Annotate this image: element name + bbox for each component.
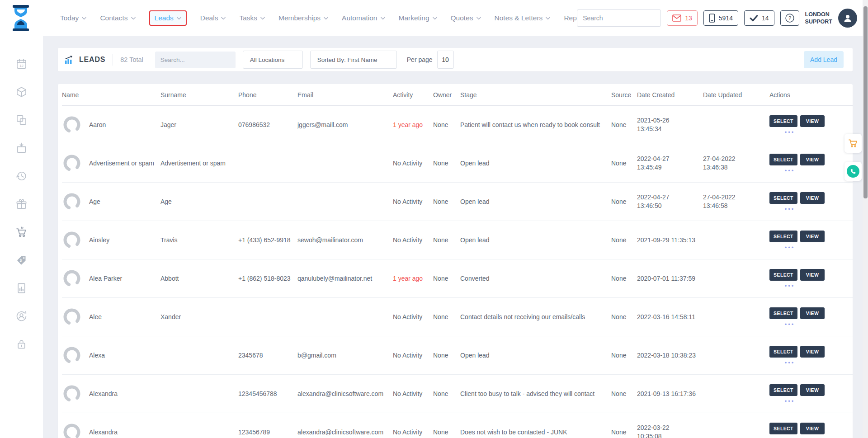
col-header-date-updated[interactable]: Date Updated [703,91,769,99]
leads-search-input[interactable] [155,57,246,63]
view-button[interactable]: VIEW [800,115,825,127]
view-button[interactable]: VIEW [800,307,825,319]
select-button[interactable]: SELECT [769,346,797,358]
lead-name[interactable]: Alexandra [89,428,154,437]
sidebar-lock-icon[interactable] [15,337,28,351]
more-actions-button[interactable]: ••• [776,322,804,327]
tasks-badge[interactable]: 14 [744,10,774,26]
chevron-down-icon [82,17,86,20]
nav-item-notes-letters[interactable]: Notes & Letters [495,14,551,22]
lead-name[interactable]: Alee [89,313,154,321]
view-button[interactable]: VIEW [800,154,825,165]
lead-activity: No Activity [393,390,433,398]
sidebar-cart-icon[interactable] [15,225,28,239]
view-button[interactable]: VIEW [800,269,825,281]
lead-name[interactable]: Age [89,198,154,206]
more-actions-button[interactable]: ••• [776,207,804,212]
mail-badge[interactable]: 13 [667,10,698,26]
phone-count: 5914 [719,14,733,22]
lead-name[interactable]: Advertisement or spam [89,159,154,168]
lead-email: alexandra@clinicsoftware.com [297,390,393,398]
view-button[interactable]: VIEW [800,423,825,434]
nav-item-tasks[interactable]: Tasks [239,14,265,22]
lead-name[interactable]: Ainsley [89,236,154,245]
select-button[interactable]: SELECT [769,307,797,319]
scrollbar-thumb[interactable] [863,6,868,198]
nav-item-automation[interactable]: Automation [342,14,385,22]
chevron-down-icon [381,17,385,20]
help-badge[interactable]: ? [780,10,799,26]
select-button[interactable]: SELECT [769,154,797,165]
svg-text:12: 12 [19,63,24,67]
lead-source: None [611,159,637,168]
sidebar-account-sync-icon[interactable] [15,309,28,323]
nav-item-quotes[interactable]: Quotes [451,14,481,22]
more-actions-button[interactable]: ••• [776,169,804,173]
col-header-phone[interactable]: Phone [238,91,297,99]
global-search [577,9,661,27]
more-actions-button[interactable]: ••• [776,284,804,288]
per-page-select[interactable]: 10 [437,51,454,69]
lead-date-updated: 27-04-2022 13:46:38 [703,155,769,172]
select-button[interactable]: SELECT [769,423,797,434]
select-button[interactable]: SELECT [769,192,797,204]
lead-name[interactable]: Aaron [89,121,154,129]
nav-item-marketing[interactable]: Marketing [399,14,437,22]
lead-activity: 1 year ago [393,121,433,129]
view-button[interactable]: VIEW [800,192,825,204]
phone-badge[interactable]: 5914 [703,10,738,26]
lead-source: None [611,428,637,437]
nav-item-today[interactable]: Today [60,14,86,22]
user-avatar[interactable] [838,9,857,28]
col-header-date-created[interactable]: Date Created [637,91,703,99]
sidebar-price-tag-icon[interactable]: $ [15,253,28,267]
lead-date-updated: 27-04-2022 13:46:58 [703,193,769,210]
sidebar-calendar-icon[interactable]: 12 [15,57,28,71]
col-header-activity[interactable]: Activity [393,91,433,99]
nav-item-deals[interactable]: Deals [200,14,226,22]
sidebar-gift-icon[interactable] [15,197,28,211]
select-button[interactable]: SELECT [769,384,797,396]
col-header-stage[interactable]: Stage [460,91,611,99]
col-header-email[interactable]: Email [297,91,393,99]
sidebar-copy-icon[interactable] [15,113,28,127]
cart-widget-button[interactable] [844,134,862,153]
sidebar-history-icon[interactable] [15,169,28,183]
view-button[interactable]: VIEW [800,346,825,358]
nav-item-leads[interactable]: Leads [149,10,187,26]
sort-filter-value: Sorted By: First Name [317,57,377,63]
global-search-input[interactable] [577,10,670,26]
location-filter-select[interactable]: All Locations [243,51,303,69]
add-lead-button[interactable]: Add Lead [804,51,844,68]
select-button[interactable]: SELECT [769,115,797,127]
call-widget-button[interactable] [844,162,862,181]
more-actions-button[interactable]: ••• [776,361,804,365]
sidebar-report-icon[interactable] [15,281,28,295]
sidebar-package-icon[interactable] [15,85,28,99]
sidebar-collect-icon[interactable] [15,141,28,155]
view-button[interactable]: VIEW [800,231,825,242]
more-actions-button[interactable]: ••• [776,245,804,250]
col-header-source[interactable]: Source [611,91,637,99]
lead-activity: No Activity [393,351,433,360]
chevron-down-icon [131,17,136,20]
col-header-owner[interactable]: Owner [433,91,460,99]
more-actions-button[interactable]: ••• [776,399,804,404]
nav-item-contacts[interactable]: Contacts [100,14,135,22]
lead-name[interactable]: Alea Parker [89,274,154,283]
clinicsoftware-logo[interactable] [8,4,33,32]
nav-item-memberships[interactable]: Memberships [278,14,328,22]
select-button[interactable]: SELECT [769,269,797,281]
lead-name[interactable]: Alexa [89,351,154,360]
select-button[interactable]: SELECT [769,231,797,242]
more-actions-button[interactable]: ••• [776,130,804,135]
lead-activity: No Activity [393,236,433,245]
col-header-name[interactable]: Name [62,91,160,99]
view-button[interactable]: VIEW [800,384,825,396]
lead-stage: Open lead [460,236,611,245]
lead-name[interactable]: Alexandra [89,390,154,398]
col-header-surname[interactable]: Surname [160,91,238,99]
avatar [62,153,82,173]
chevron-down-icon [177,17,181,20]
sort-filter-select[interactable]: Sorted By: First Name [310,51,397,69]
